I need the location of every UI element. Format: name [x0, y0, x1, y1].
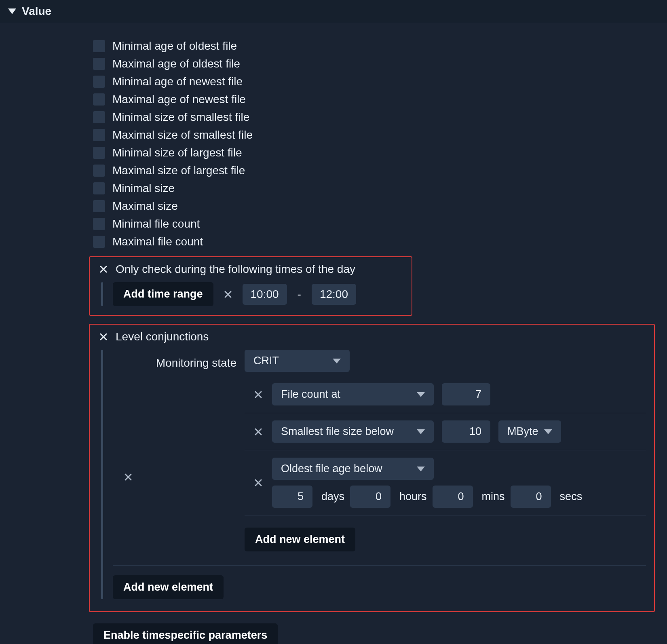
close-icon[interactable] [253, 389, 264, 400]
add-time-range-button[interactable]: Add time range [113, 282, 213, 306]
condition-row: Smallest file size below 10 MByte [245, 413, 646, 450]
vertical-bar [101, 282, 103, 306]
hours-unit: hours [399, 490, 427, 503]
monitoring-state-label: Monitoring state [144, 353, 236, 370]
days-unit: days [321, 490, 344, 503]
dash-separator: - [296, 288, 303, 301]
unit-select[interactable]: MByte [498, 420, 561, 443]
close-icon[interactable] [98, 331, 109, 342]
section-title: Value [22, 5, 51, 18]
metric-select[interactable]: Oldest file age below [272, 458, 434, 480]
close-icon[interactable] [122, 471, 134, 483]
check-row: Maximal size [93, 200, 667, 213]
checkbox-list: Minimal age of oldest file Maximal age o… [93, 40, 667, 248]
check-row: Maximal file count [93, 235, 667, 248]
checkbox[interactable] [93, 76, 105, 88]
check-label: Minimal size of largest file [112, 146, 242, 159]
secs-input[interactable]: 0 [511, 486, 551, 508]
metric-select[interactable]: File count at [272, 383, 434, 405]
time-restrict-header: Only check during the following times of… [98, 263, 403, 276]
add-condition-button[interactable]: Add new element [245, 528, 355, 551]
check-row: Maximal size of smallest file [93, 129, 667, 141]
checkbox[interactable] [93, 111, 105, 123]
time-restrict-label: Only check during the following times of… [116, 263, 355, 276]
check-row: Minimal size [93, 182, 667, 195]
checkbox[interactable] [93, 93, 105, 106]
time-end-input[interactable]: 12:00 [312, 284, 356, 305]
check-row: Maximal size of largest file [93, 164, 667, 177]
close-icon[interactable] [98, 264, 109, 275]
time-range-row: Add time range 10:00 - 12:00 [101, 282, 403, 306]
close-icon[interactable] [253, 426, 264, 437]
checkbox[interactable] [93, 129, 105, 141]
checkbox[interactable] [93, 58, 105, 70]
check-label: Minimal age of oldest file [112, 40, 237, 53]
hours-input[interactable]: 0 [350, 486, 390, 508]
check-label: Maximal size [112, 200, 178, 213]
checkbox[interactable] [93, 182, 105, 194]
check-row: Maximal age of newest file [93, 93, 667, 106]
caret-down-icon [8, 8, 16, 14]
chevron-down-icon [417, 467, 425, 471]
check-row: Minimal file count [93, 217, 667, 230]
chevron-down-icon [417, 392, 425, 397]
close-icon[interactable] [222, 289, 234, 300]
checkbox[interactable] [93, 165, 105, 177]
check-label: Maximal age of newest file [112, 93, 246, 106]
conjunctions-label: Level conjunctions [116, 330, 209, 343]
condition-row: File count at 7 [245, 376, 646, 413]
mins-unit: mins [482, 490, 505, 503]
metric-value: Oldest file age below [281, 462, 382, 475]
check-label: Minimal age of newest file [112, 75, 243, 88]
condition-row: Oldest file age below 5 days 0 hours 0 [245, 450, 646, 515]
time-start-input[interactable]: 10:00 [243, 284, 287, 305]
content-area: Minimal age of oldest file Maximal age o… [0, 23, 667, 644]
check-row: Maximal age of oldest file [93, 57, 667, 70]
secs-unit: secs [560, 490, 583, 503]
checkbox[interactable] [93, 200, 105, 212]
check-label: Maximal size of smallest file [112, 129, 253, 141]
check-row: Minimal size of largest file [93, 146, 667, 159]
section-header-value[interactable]: Value [0, 0, 667, 23]
monitoring-state-value: CRIT [253, 355, 279, 367]
close-icon[interactable] [253, 477, 264, 488]
conjunctions-header: Level conjunctions [98, 330, 646, 343]
time-restrict-box: Only check during the following times of… [89, 256, 412, 316]
checkbox[interactable] [93, 40, 105, 52]
check-label: Minimal size [112, 182, 175, 195]
days-input[interactable]: 5 [272, 486, 312, 508]
metric-value: Smallest file size below [281, 425, 394, 438]
metric-value: File count at [281, 388, 340, 401]
check-label: Maximal age of oldest file [112, 57, 240, 70]
chevron-down-icon [544, 429, 552, 434]
value-input[interactable]: 10 [442, 420, 490, 443]
monitoring-state-select[interactable]: CRIT [245, 350, 350, 372]
vertical-bar [101, 350, 103, 599]
chevron-down-icon [417, 429, 425, 434]
metric-select[interactable]: Smallest file size below [272, 420, 434, 443]
check-label: Minimal file count [112, 217, 200, 230]
check-label: Maximal file count [112, 235, 203, 248]
check-label: Minimal size of smallest file [112, 111, 249, 124]
unit-value: MByte [507, 425, 538, 438]
mins-input[interactable]: 0 [433, 486, 473, 508]
checkbox[interactable] [93, 147, 105, 159]
checkbox[interactable] [93, 218, 105, 230]
conjunctions-body: Monitoring state CRIT [101, 350, 646, 599]
value-input[interactable]: 7 [442, 383, 490, 405]
check-label: Maximal size of largest file [112, 164, 245, 177]
divider [113, 565, 646, 566]
add-conjunction-button[interactable]: Add new element [113, 575, 224, 599]
checkbox[interactable] [93, 236, 105, 248]
chevron-down-icon [333, 359, 341, 363]
check-row: Minimal size of smallest file [93, 111, 667, 124]
check-row: Minimal age of newest file [93, 75, 667, 88]
check-row: Minimal age of oldest file [93, 40, 667, 53]
enable-timespecific-button[interactable]: Enable timespecific parameters [93, 623, 278, 644]
level-conjunctions-box: Level conjunctions [89, 324, 655, 612]
